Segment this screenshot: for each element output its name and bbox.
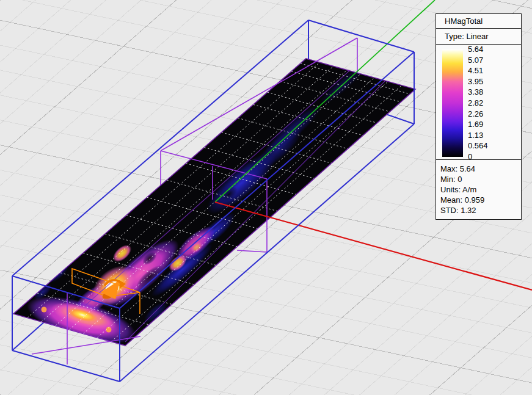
colorbar-tick: 1.69	[468, 120, 517, 129]
colorbar-tick: 1.13	[468, 131, 517, 140]
colorbar-tick: 2.82	[468, 98, 517, 108]
legend-stat-std: STD: 1.32	[440, 205, 519, 216]
legend-panel: HMagTotal Type: Linear 5.645.074.513.953…	[435, 13, 522, 220]
legend-stat-max: Max: 5.64	[440, 164, 519, 174]
colorbar	[442, 49, 463, 157]
legend-stat-units: Units: A/m	[440, 184, 519, 195]
colorbar-tick: 0.564	[468, 141, 517, 151]
colorbar-tick: 0	[468, 152, 517, 162]
via-dot	[42, 307, 47, 313]
colorbar-tick: 2.26	[468, 109, 517, 119]
colorbar-tick: 4.51	[468, 66, 517, 76]
legend-stat-min: Min: 0	[440, 174, 519, 184]
colorbar-tick: 3.95	[468, 77, 517, 87]
legend-title: HMagTotal	[436, 14, 521, 29]
legend-scale-type: Type: Linear	[436, 29, 521, 45]
colorbar-tick: 5.64	[468, 45, 517, 54]
3d-viewport[interactable]: HMagTotal Type: Linear 5.645.074.513.953…	[0, 0, 532, 395]
colorbar-tick: 5.07	[468, 56, 517, 65]
legend-scale-section: 5.645.074.513.953.382.822.261.691.130.56…	[436, 45, 521, 159]
legend-stat-mean: Mean: 0.959	[440, 195, 519, 205]
colorbar-tick: 3.38	[468, 87, 517, 97]
legend-statistics: Max: 5.64Min: 0Units: A/mMean: 0.959STD:…	[436, 159, 521, 219]
